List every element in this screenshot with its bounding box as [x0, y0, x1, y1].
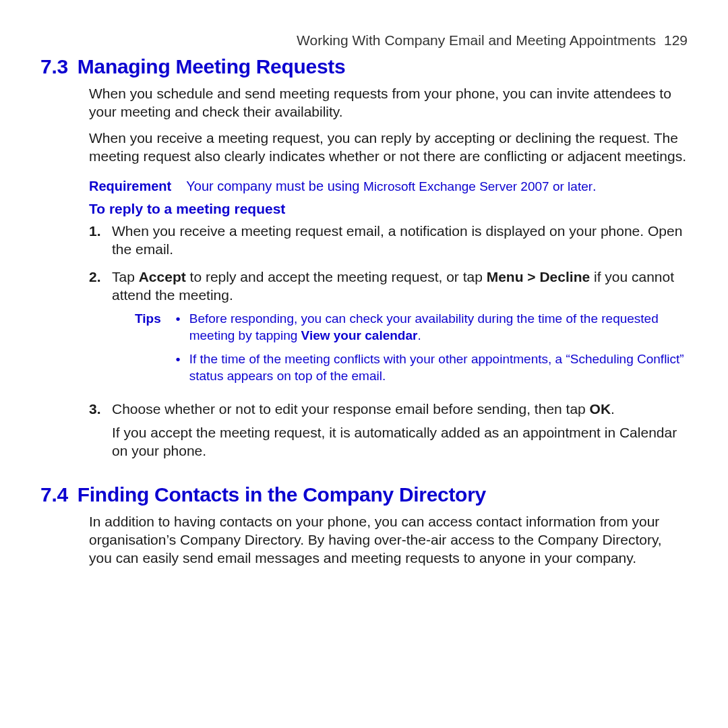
- requirement-label: Requirement: [89, 178, 171, 195]
- document-page: Working With Company Email and Meeting A…: [0, 0, 728, 728]
- step-3: Choose whether or not to edit your respo…: [89, 400, 688, 460]
- tip-1: Before responding, you can check your av…: [176, 311, 688, 344]
- section-number: 7.4: [40, 483, 68, 506]
- tips-list: Before responding, you can check your av…: [176, 311, 688, 391]
- chapter-title: Working With Company Email and Meeting A…: [297, 32, 656, 48]
- requirement-text: Your company must be using Microsoft Exc…: [186, 178, 596, 195]
- steps-list: When you receive a meeting request email…: [89, 222, 688, 460]
- requirement-row: Requirement Your company must be using M…: [89, 178, 688, 195]
- paragraph: When you schedule and send meeting reque…: [89, 85, 688, 121]
- tips-label: Tips: [135, 311, 161, 391]
- running-header: Working With Company Email and Meeting A…: [40, 32, 688, 49]
- section-body-7-4: In addition to having contacts on your p…: [89, 513, 688, 568]
- section-title: Finding Contacts in the Company Director…: [78, 483, 486, 506]
- step-3-followup: If you accept the meeting request, it is…: [112, 424, 688, 460]
- paragraph: In addition to having contacts on your p…: [89, 513, 688, 568]
- paragraph: When you receive a meeting request, you …: [89, 129, 688, 166]
- section-title: Managing Meeting Requests: [78, 55, 346, 78]
- section-heading-7-4: 7.4Finding Contacts in the Company Direc…: [40, 483, 688, 506]
- step-1: When you receive a meeting request email…: [89, 222, 688, 259]
- section-body-7-3: When you schedule and send meeting reque…: [89, 85, 688, 460]
- section-number: 7.3: [40, 55, 68, 78]
- section-heading-7-3: 7.3Managing Meeting Requests: [40, 55, 688, 78]
- tip-2: If the time of the meeting conflicts wit…: [176, 351, 688, 384]
- tips-row: Tips Before responding, you can check yo…: [135, 311, 688, 391]
- page-number: 129: [664, 32, 688, 48]
- step-2: Tap Accept to reply and accept the meeti…: [89, 268, 688, 392]
- subheading-reply: To reply to a meeting request: [89, 200, 688, 218]
